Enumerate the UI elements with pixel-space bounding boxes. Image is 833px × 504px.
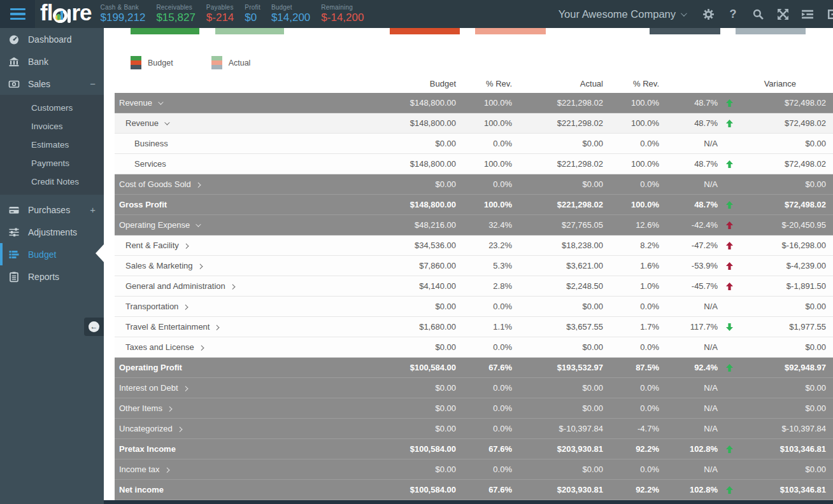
actual-pct-rev: 100.0%: [603, 159, 659, 169]
budget-value: $100,584.00: [380, 485, 456, 494]
sidebar-item-payments[interactable]: Payments: [0, 154, 104, 172]
purchases-icon: [8, 204, 20, 216]
gear-icon[interactable]: [702, 8, 715, 20]
sidebar-item-purchases[interactable]: Purchases +: [0, 199, 104, 221]
sidebar-item-dashboard[interactable]: Dashboard: [0, 28, 104, 50]
table-row[interactable]: Taxes and License $0.00 0.0% $0.00 0.0% …: [115, 337, 833, 358]
variance-value: $0.00: [741, 465, 833, 474]
company-selector[interactable]: Your Awesome Company: [559, 8, 685, 20]
chevron-icon[interactable]: [167, 406, 172, 411]
budget-pct-rev: 32.4%: [456, 220, 512, 230]
row-label: Other Items: [119, 403, 162, 413]
logout-icon[interactable]: [826, 8, 833, 20]
chevron-icon[interactable]: [230, 284, 235, 289]
chevron-icon[interactable]: [158, 99, 163, 104]
sidebar-item-sales[interactable]: Sales −: [0, 73, 104, 95]
table-row[interactable]: Revenue $148,800.00 100.0% $221,298.02 1…: [115, 93, 833, 113]
table-row[interactable]: Operating Profit $100,584.00 67.6% $193,…: [115, 358, 833, 378]
variance-value: $103,346.81: [741, 485, 833, 494]
trend-cell: [718, 242, 741, 249]
table-row[interactable]: General and Administration $4,140.00 2.8…: [115, 276, 833, 297]
variance-value: $-16,298.00: [741, 241, 833, 250]
variance-pct: N/A: [659, 179, 718, 189]
table-row[interactable]: Interest on Debt $0.00 0.0% $0.00 0.0% N…: [115, 378, 833, 398]
search-icon[interactable]: [751, 8, 764, 20]
chevron-icon[interactable]: [164, 467, 169, 472]
app-logo: flre: [35, 1, 100, 27]
table-row[interactable]: Revenue $148,800.00 100.0% $221,298.02 1…: [115, 113, 833, 134]
sidebar-item-budget[interactable]: Budget: [0, 243, 104, 265]
chevron-icon[interactable]: [183, 386, 188, 391]
logo-chart-glyph: [53, 3, 71, 24]
row-label: Net income: [119, 485, 164, 494]
budget-value: $0.00: [380, 139, 456, 148]
chevron-icon[interactable]: [196, 221, 201, 227]
sidebar-item-invoices[interactable]: Invoices: [0, 117, 104, 136]
hamburger-menu-icon[interactable]: [0, 0, 35, 28]
budget-value: $0.00: [380, 403, 456, 413]
table-row[interactable]: Sales & Marketing $7,860.00 5.3% $3,621.…: [115, 256, 833, 276]
legend-budget[interactable]: Budget: [131, 56, 173, 69]
table-row[interactable]: Services $148,800.00 100.0% $221,298.02 …: [115, 154, 833, 174]
collapse-minus[interactable]: −: [90, 78, 96, 89]
fullscreen-icon[interactable]: [776, 8, 789, 20]
sidebar-item-adjustments[interactable]: Adjustments: [0, 221, 104, 243]
sales-submenu: Customers Invoices Estimates Payments Cr…: [0, 95, 104, 195]
budget-value: $0.00: [380, 465, 456, 474]
header-pct-rev-1: % Rev.: [456, 79, 512, 88]
table-row[interactable]: Business $0.00 0.0% $0.00 0.0% N/A $0.00: [115, 134, 833, 154]
sidebar-item-bank[interactable]: Bank: [0, 50, 104, 73]
chevron-icon[interactable]: [196, 182, 201, 187]
dashboard-icon: [8, 34, 20, 45]
variance-pct: 48.7%: [659, 159, 718, 169]
reports-icon: [8, 271, 20, 283]
expand-plus[interactable]: +: [90, 204, 96, 215]
sidebar-collapse-button[interactable]: ←: [84, 318, 104, 336]
actual-pct-rev: 1.7%: [603, 322, 659, 332]
actual-pct-rev: 12.6%: [603, 220, 659, 230]
sidebar-item-reports[interactable]: Reports: [0, 265, 104, 288]
table-row[interactable]: Operating Expense $48,216.00 32.4% $27,7…: [115, 215, 833, 235]
variance-value: $-20,450.95: [741, 220, 833, 230]
table-row[interactable]: Net income $100,584.00 67.6% $203,930.81…: [115, 480, 833, 500]
sidebar-item-estimates[interactable]: Estimates: [0, 136, 104, 154]
actual-swatch-icon: [211, 56, 222, 69]
budget-pct-rev: 100.0%: [456, 98, 512, 108]
actual-value: $0.00: [512, 139, 603, 148]
table-row[interactable]: Rent & Facility $34,536.00 23.2% $18,238…: [115, 235, 833, 256]
help-icon[interactable]: ?: [727, 8, 739, 20]
chevron-icon[interactable]: [199, 345, 204, 350]
actual-pct-rev: 92.2%: [603, 444, 659, 454]
table-row[interactable]: Uncategorized $0.00 0.0% $-10,397.84 -4.…: [115, 419, 833, 439]
sidebar-item-credit-notes[interactable]: Credit Notes: [0, 172, 104, 191]
table-row[interactable]: Transportation $0.00 0.0% $0.00 0.0% N/A…: [115, 297, 833, 317]
trend-cell: [718, 201, 741, 209]
actual-value: $-10,397.84: [512, 424, 603, 433]
row-label: Income tax: [119, 465, 160, 474]
chevron-icon[interactable]: [164, 120, 169, 125]
table-row[interactable]: Income tax $0.00 0.0% $0.00 0.0% N/A $0.…: [115, 459, 833, 480]
chevron-icon[interactable]: [177, 426, 182, 431]
chevron-icon[interactable]: [183, 304, 188, 309]
chevron-icon[interactable]: [197, 263, 203, 269]
table-row[interactable]: Gross Profit $148,800.00 100.0% $221,298…: [115, 195, 833, 215]
sidebar-item-label: Purchases: [28, 205, 70, 215]
table-row[interactable]: Other Items $0.00 0.0% $0.00 0.0% N/A $0…: [115, 398, 833, 419]
trend-up-icon: [726, 201, 733, 209]
budget-value: $0.00: [380, 342, 456, 352]
budget-value: $0.00: [380, 179, 456, 189]
table-row[interactable]: Pretax Income $100,584.00 67.6% $203,930…: [115, 439, 833, 459]
actual-value: $203,930.81: [512, 485, 603, 494]
top-bar: flre Cash & Bank $199,212 Receivables $1…: [0, 0, 833, 28]
variance-value: $0.00: [741, 342, 833, 352]
sidebar-item-label: Sales: [28, 79, 50, 89]
trend-cell: [718, 283, 741, 290]
chevron-icon[interactable]: [183, 243, 189, 248]
chevron-icon[interactable]: [215, 325, 220, 330]
table-row[interactable]: Cost of Goods Sold $0.00 0.0% $0.00 0.0%…: [115, 174, 833, 195]
actual-value: $221,298.02: [512, 118, 603, 128]
panel-toggle-icon[interactable]: [801, 8, 814, 20]
legend-actual[interactable]: Actual: [211, 56, 251, 69]
table-row[interactable]: Travel & Entertainment $1,680.00 1.1% $3…: [115, 317, 833, 337]
sidebar-item-customers[interactable]: Customers: [0, 99, 104, 117]
